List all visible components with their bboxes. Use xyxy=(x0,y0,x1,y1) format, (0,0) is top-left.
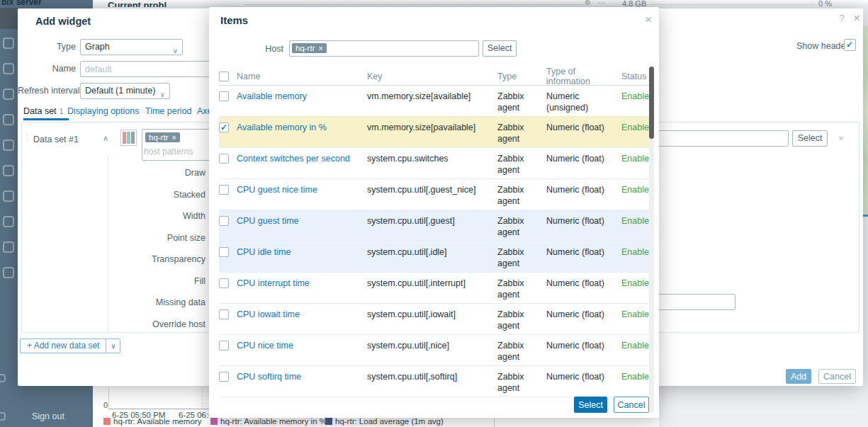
refresh-interval-value: Default (1 minute) xyxy=(85,86,155,96)
item-name-link[interactable]: CPU guest nice time xyxy=(237,185,317,195)
map-widget-sliver xyxy=(863,26,868,215)
tab[interactable]: Data set1 xyxy=(23,106,64,116)
sidebar-menu-icon[interactable] xyxy=(3,216,14,227)
cancel-button[interactable]: Cancel xyxy=(614,397,649,413)
add-new-dataset-button[interactable]: + Add new data set xyxy=(20,338,106,353)
dataset-guide-line xyxy=(108,156,108,334)
item-name-link[interactable]: CPU nice time xyxy=(237,341,293,351)
item-status: Enabled xyxy=(621,117,653,147)
item-info: Numeric (unsigned) xyxy=(546,86,621,116)
sidebar-menu-icon[interactable] xyxy=(3,38,14,49)
table-row[interactable]: Context switches per second system.cpu.s… xyxy=(219,148,653,179)
sidebar-menu-icon[interactable] xyxy=(3,63,14,74)
item-key: system.cpu.util[,interrupt] xyxy=(367,273,497,303)
scrollbar-track[interactable] xyxy=(649,67,654,413)
table-row[interactable]: CPU idle time system.cpu.util[,idle] Zab… xyxy=(219,241,653,273)
more-icon[interactable]: … xyxy=(597,0,607,6)
item-name-link[interactable]: CPU idle time xyxy=(237,247,291,257)
user-settings-icon[interactable] xyxy=(0,374,6,382)
item-status: Enabled xyxy=(621,335,653,365)
remove-icon[interactable]: × xyxy=(838,133,844,144)
dataset-field-label: Stacked xyxy=(135,190,205,200)
select-button[interactable]: Select xyxy=(574,397,607,413)
dataset-field-label: Width xyxy=(135,211,205,221)
tab[interactable]: Displaying options xyxy=(67,106,142,116)
row-checkbox[interactable] xyxy=(219,154,229,164)
item-name-link[interactable]: CPU iowait time xyxy=(237,309,300,319)
row-checkbox[interactable] xyxy=(219,91,229,101)
row-checkbox[interactable] xyxy=(219,185,229,195)
sidebar-selected-item[interactable] xyxy=(0,8,18,29)
table-row[interactable]: Available memory in % vm.memory.size[pav… xyxy=(219,117,653,148)
host-multiselect[interactable]: hq-rtr × xyxy=(289,40,479,57)
sidebar-menu-icon[interactable] xyxy=(3,190,14,202)
type-select[interactable]: Graph ∨ xyxy=(80,39,183,55)
row-checkbox[interactable] xyxy=(219,372,229,382)
item-key: system.cpu.switches xyxy=(367,148,497,178)
row-checkbox[interactable] xyxy=(219,123,229,132)
tab[interactable]: Time period xyxy=(145,106,195,116)
item-info: Numeric (float) xyxy=(546,179,621,210)
sidebar-menu-icon[interactable] xyxy=(3,165,14,176)
sidebar-item-sign-out[interactable]: Sign out xyxy=(32,411,64,421)
item-status: Enabled xyxy=(621,273,653,303)
dataset-field-label: Point size xyxy=(135,233,205,243)
scrollbar-thumb[interactable] xyxy=(649,67,654,139)
legend-item[interactable]: hq-rtr: Load average (1m avg) xyxy=(325,417,444,426)
refresh-interval-select[interactable]: Default (1 minute) ∨ xyxy=(80,83,170,99)
item-status: Enabled xyxy=(621,148,653,178)
table-row[interactable]: CPU interrupt time system.cpu.util[,inte… xyxy=(219,273,653,304)
table-row[interactable]: Available memory vm.memory.size[availabl… xyxy=(219,86,653,117)
row-checkbox[interactable] xyxy=(219,341,229,351)
legend-item[interactable]: hq-rtr: Available memory xyxy=(103,417,201,426)
close-icon[interactable]: × xyxy=(851,11,862,25)
table-row[interactable]: CPU nice time system.cpu.util[,nice] Zab… xyxy=(219,335,653,366)
item-type: Zabbix agent xyxy=(497,335,546,365)
row-checkbox[interactable] xyxy=(219,247,229,257)
y-axis-tick: 0 xyxy=(103,401,108,409)
sidebar-menu-icon[interactable] xyxy=(3,89,14,100)
add-new-dataset-caret-button[interactable]: ∨ xyxy=(106,338,120,353)
table-row[interactable]: CPU softirq time system.cpu.util[,softir… xyxy=(219,366,653,397)
item-name-link[interactable]: Available memory in % xyxy=(237,123,327,132)
sidebar-menu-icon[interactable] xyxy=(3,241,14,253)
select-all-checkbox[interactable] xyxy=(219,72,229,81)
item-type: Zabbix agent xyxy=(497,366,546,397)
item-name-link[interactable]: CPU softirq time xyxy=(237,372,301,382)
dataset-field-label: Fill xyxy=(135,276,205,286)
chip-remove-icon[interactable]: × xyxy=(318,44,322,52)
host-select-button[interactable]: Select xyxy=(483,40,517,57)
item-patterns-select-button[interactable]: Select xyxy=(792,130,828,147)
column-header-name: Name xyxy=(237,72,367,81)
table-row[interactable]: CPU guest time system.cpu.util[,guest] Z… xyxy=(219,210,653,241)
item-type: Zabbix agent xyxy=(497,86,546,116)
column-header-info: Type of information xyxy=(546,67,621,86)
column-header-status: Status xyxy=(621,72,653,81)
table-row[interactable]: CPU iowait time system.cpu.util[,iowait]… xyxy=(219,304,653,335)
dataset-color-swatch[interactable] xyxy=(120,130,137,146)
item-name-link[interactable]: CPU interrupt time xyxy=(237,278,310,288)
add-button[interactable]: Add xyxy=(786,369,811,384)
sidebar-menu-icon[interactable] xyxy=(3,114,14,125)
show-header-checkbox[interactable] xyxy=(844,39,856,51)
row-checkbox[interactable] xyxy=(219,278,229,288)
row-checkbox[interactable] xyxy=(219,309,229,319)
item-name-link[interactable]: Available memory xyxy=(237,91,307,101)
sidebar-menu-icon[interactable] xyxy=(3,140,14,151)
sign-out-icon[interactable] xyxy=(0,412,6,421)
sidebar-menu-icon[interactable] xyxy=(3,267,14,278)
active-tab-underline xyxy=(23,118,69,120)
legend-item[interactable]: hq-rtr: Available memory in % xyxy=(210,417,327,426)
item-name-link[interactable]: CPU guest time xyxy=(237,216,299,226)
cpu-item-value: 0 % xyxy=(818,0,832,7)
chip-remove-icon[interactable]: × xyxy=(171,133,176,142)
collapse-icon[interactable]: ∧ xyxy=(103,134,108,143)
table-row[interactable]: CPU guest nice time system.cpu.util[,gue… xyxy=(219,179,653,210)
gear-icon[interactable]: ⚙ xyxy=(585,0,591,6)
row-checkbox[interactable] xyxy=(219,216,229,226)
item-key: system.cpu.util[,iowait] xyxy=(367,304,497,334)
item-name-link[interactable]: Context switches per second xyxy=(237,154,350,164)
help-icon[interactable]: ? xyxy=(836,13,847,23)
cancel-button[interactable]: Cancel xyxy=(818,369,856,384)
close-icon[interactable]: × xyxy=(643,13,654,27)
